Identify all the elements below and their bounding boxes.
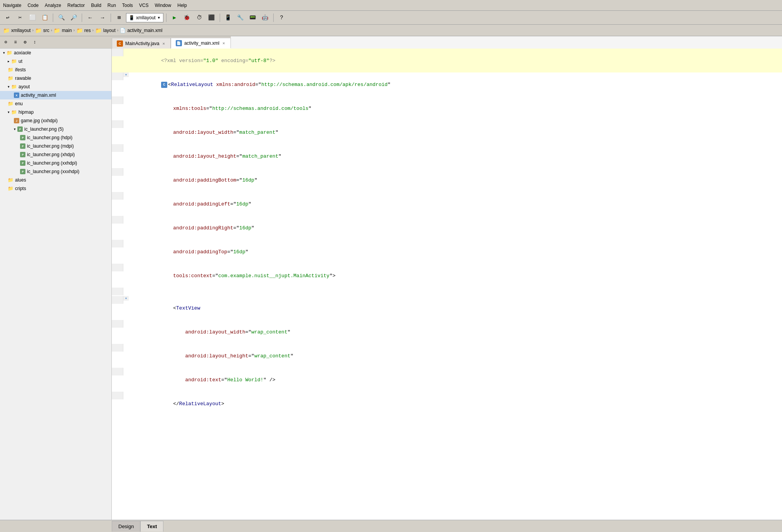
folder-icon: 📁 [3,27,10,34]
toolbar-copy-btn[interactable]: ⬜ [27,13,38,23]
toolbar-sdk-btn[interactable]: 🔧 [235,13,246,23]
menu-run[interactable]: Run [108,3,116,8]
line-gutter-6 [112,168,123,176]
code-line-16: </RelativeLayout> [112,392,782,416]
toolbar-replace-btn[interactable]: 🔎 [68,13,79,23]
sidebar-item-ut[interactable]: ▸ 📁 ut [0,57,111,66]
toolbar-xmllayout-dropdown[interactable]: 📱 xmllayout ▼ [126,13,163,22]
menu-code[interactable]: Code [27,3,39,8]
line-content-13: android:layout_width="wrap_content" [129,320,782,344]
sidebar-item-ifests[interactable]: 📁 ifests [0,66,111,74]
toolbar-find-btn[interactable]: 🔍 [56,13,67,23]
sidebar-game-jpg-label: game.jpg (xxhdpi) [21,118,57,123]
toolbar-profile-btn[interactable]: ⏱ [194,13,205,23]
line-content-9: android:paddingTop="16dp" [129,240,782,264]
code-line-2: ▾ C<RelativeLayout xmlns:android="http:/… [112,72,782,96]
menu-vcs[interactable]: VCS [139,3,149,8]
code-line-7: android:paddingLeft="16dp" [112,192,782,216]
sidebar-ctrl-menu-btn[interactable]: ≡ [11,38,20,47]
toolbar-devices-btn[interactable]: 📱 [223,13,234,23]
breadcrumb-src-label: src [43,28,49,33]
menu-analyze[interactable]: Analyze [45,3,61,8]
line-fold-12[interactable]: ▾ [123,296,129,301]
sidebar-item-ic-xxhdpi[interactable]: P ic_launcher.png (xxhdpi) [0,159,111,167]
toolbar-debug-btn[interactable]: 🐞 [182,13,192,23]
line-gutter-10 [112,264,123,271]
sidebar-item-aoxiaole[interactable]: ▾ 📁 aoxiaole [0,49,111,57]
sidebar-ctrl-sort-btn[interactable]: ↕ [30,38,39,47]
sidebar-item-alues[interactable]: 📁 alues [0,176,111,184]
toolbar-android-btn[interactable]: 🤖 [260,13,271,23]
toolbar-back-btn[interactable]: ← [85,13,96,23]
sidebar-ctrl-settings-btn[interactable]: ⚙ [21,38,29,47]
breadcrumb-layout[interactable]: 📁 layout [95,27,116,34]
menu-refactor[interactable]: Refactor [67,3,85,8]
menu-help[interactable]: Help [177,3,187,8]
sidebar-item-ic-xhdpi[interactable]: P ic_launcher.png (xhdpi) [0,150,111,159]
xml-tab-icon: 📄 [176,40,182,46]
toolbar-undo-btn[interactable]: ↩ [2,13,13,23]
toolbar-sep3 [111,13,111,22]
code-line-6: android:paddingBottom="16dp" [112,168,782,192]
code-line-15: android:text="Hello World!" /> [112,368,782,392]
sidebar-ut-label: ut [18,59,22,64]
sidebar-ic-launcher-group-label: ic_launcher.png (5) [24,126,64,132]
sidebar-item-cripts[interactable]: 📁 cripts [0,184,111,193]
code-line-8: android:paddingRight="16dp" [112,216,782,240]
line-content-1: <?xml version="1.0" encoding="utf-8"?> [129,49,782,72]
sidebar-item-activity-main-xml[interactable]: X activity_main.xml [0,91,111,99]
sidebar-rawable-label: rawable [15,76,31,81]
menu-window[interactable]: Window [155,3,172,8]
menu-build[interactable]: Build [91,3,101,8]
toolbar-sep5 [220,13,220,22]
tab-activity-main-label: activity_main.xml [184,40,219,46]
breadcrumb-src[interactable]: 📁 src [35,27,49,34]
line-fold-2[interactable]: ▾ [123,72,129,77]
code-line-3: xmlns:tools="http://schemas.android.com/… [112,96,782,120]
sidebar-rawable-icon: 📁 [8,76,13,81]
sidebar-item-ic-mdpi[interactable]: P ic_launcher.png (mdpi) [0,142,111,150]
code-editor[interactable]: <?xml version="1.0" encoding="utf-8"?> ▾… [112,49,782,520]
toolbar-run-btn[interactable]: ▶ [169,13,180,23]
sidebar-ic-xxxhdpi-label: ic_launcher.png (xxxhdpi) [27,169,79,174]
breadcrumb-sep2: › [51,28,52,32]
sidebar-item-hipmap[interactable]: ▾ 📁 hipmap [0,108,111,116]
sidebar-item-ic-launcher-group[interactable]: ▾ P ic_launcher.png (5) [0,125,111,133]
menu-navigate[interactable]: Navigate [3,3,21,8]
sidebar-cripts-icon: 📁 [8,186,13,191]
sidebar-item-enu[interactable]: 📁 enu [0,99,111,108]
tab-text[interactable]: Text [140,521,163,532]
tab-activity-main-xml[interactable]: 📄 activity_main.xml × [171,38,231,49]
toolbar-help-btn[interactable]: ? [276,13,287,23]
sidebar-item-rawable[interactable]: 📁 rawable [0,74,111,82]
sidebar-cripts-label: cripts [15,186,26,191]
tab-mainactivity[interactable]: C MainActivity.java × [112,38,171,49]
sidebar-png-hdpi: P [20,135,25,140]
sidebar-item-game-jpg[interactable]: J game.jpg (xxhdpi) [0,116,111,125]
breadcrumb-xmllayout[interactable]: 📁 xmllayout [3,27,31,34]
sidebar-png-xxxhdpi: P [20,169,25,174]
breadcrumb-activity-main[interactable]: 📄 activity_main.xml [120,28,162,33]
menu-tools[interactable]: Tools [122,3,133,8]
breadcrumb-xmllayout-label: xmllayout [11,28,31,33]
toolbar-cut-btn[interactable]: ✂ [15,13,25,23]
tab-bar: C MainActivity.java × 📄 activity_main.xm… [112,36,231,49]
tab-mainactivity-close[interactable]: × [161,41,165,46]
sidebar-item-ic-xxxhdpi[interactable]: P ic_launcher.png (xxxhdpi) [0,167,111,176]
toolbar-dropdown-icon: 📱 [129,15,135,20]
code-line-9: android:paddingTop="16dp" [112,240,782,264]
line-gutter-7 [112,192,123,200]
toolbar-stop-btn[interactable]: ⬛ [206,13,217,23]
sidebar-ctrl-view-btn[interactable]: ⊙ [2,38,10,47]
tab-design[interactable]: Design [112,521,140,532]
tab-activity-xml-close[interactable]: × [222,41,225,45]
toolbar-avd-btn[interactable]: 📟 [247,13,258,23]
breadcrumb-res[interactable]: 📁 res [76,27,91,34]
toolbar-structure-btn[interactable]: ⊞ [114,13,124,23]
toolbar-forward-btn[interactable]: → [97,13,108,23]
toolbar-paste-btn[interactable]: 📋 [39,13,50,23]
sidebar-item-ayout[interactable]: ▾ 📁 ayout [0,82,111,91]
sidebar-item-ic-hdpi[interactable]: P ic_launcher.png (hdpi) [0,133,111,142]
breadcrumb-sep1: › [32,28,34,32]
breadcrumb-main[interactable]: 📁 main [54,27,72,34]
